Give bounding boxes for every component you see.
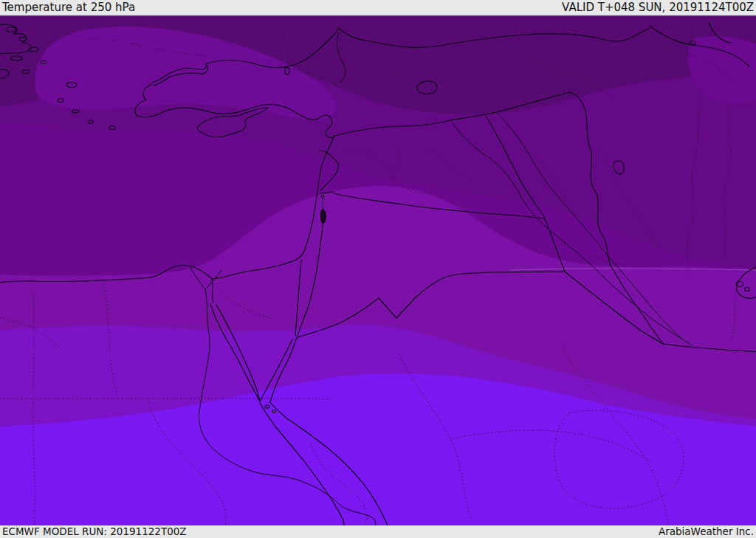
title-bar: Temperature at 250 hPa VALID T+048 SUN, … xyxy=(0,0,756,15)
footer-bar: ECMWF MODEL RUN: 20191122T00Z ArabiaWeat… xyxy=(0,525,756,538)
temperature-map-svg xyxy=(0,15,756,525)
temperature-bands-layer xyxy=(0,15,756,525)
model-run-label: ECMWF MODEL RUN: 20191122T00Z xyxy=(2,527,187,537)
valid-time-label: VALID T+048 SUN, 20191124T00Z xyxy=(562,2,754,13)
weather-map xyxy=(0,15,756,525)
dead-sea xyxy=(320,210,326,223)
map-title: Temperature at 250 hPa xyxy=(2,2,135,13)
provider-credit: ArabiaWeather Inc. xyxy=(659,527,754,537)
